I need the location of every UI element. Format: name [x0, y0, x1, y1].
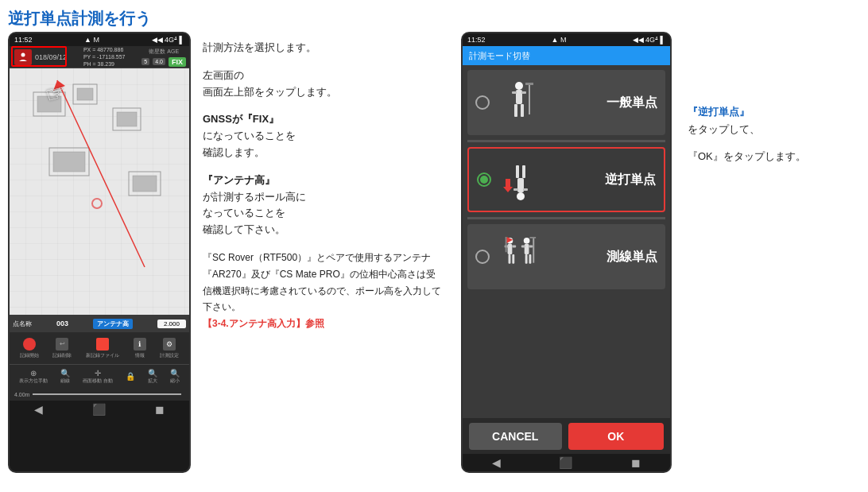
svg-rect-11: [133, 176, 157, 192]
svg-rect-26: [523, 188, 528, 191]
dialog-title: 計測モード切替: [469, 50, 530, 62]
option-reverse[interactable]: 逆打単点: [467, 147, 665, 212]
svg-rect-1: [10, 68, 189, 315]
instruction-1: 計測方法を選択します。: [203, 40, 441, 56]
svg-rect-39: [525, 244, 529, 254]
new-record-btn[interactable]: 新記録ファイル: [86, 338, 119, 359]
svg-rect-20: [521, 104, 524, 117]
svg-rect-31: [508, 244, 513, 254]
settings-btn[interactable]: ⚙ 計測設定: [160, 338, 179, 359]
right-time: 11:52: [467, 36, 486, 44]
right-home-btn[interactable]: ⬛: [559, 456, 572, 469]
left-menu-icon[interactable]: [14, 49, 32, 65]
right-phone: 11:52 ▲ M ◀◀ 4G⁴ ▌ 計測モード切替: [461, 32, 672, 473]
svg-rect-17: [512, 91, 517, 94]
info-btn[interactable]: ℹ 情報: [134, 338, 146, 359]
svg-rect-19: [514, 104, 517, 117]
person-icon: [18, 52, 28, 62]
option1-icon: [499, 79, 539, 126]
right-back-btn[interactable]: ◀: [492, 456, 501, 469]
nav-bar-right: ◀ ⬛ ◼: [463, 454, 670, 471]
sc-rover-instruction: 『SC Rover（RTF500）』とペアで使用するアンテナ『AR270』及び『…: [203, 250, 441, 332]
svg-rect-24: [517, 178, 524, 192]
option2-icon: [501, 156, 541, 203]
dialog-sep-2: [467, 217, 665, 219]
back-btn[interactable]: ◀: [34, 403, 43, 416]
home-btn[interactable]: ⬛: [92, 403, 106, 416]
reverse-label: 『逆打単点』: [688, 106, 750, 118]
svg-rect-43: [529, 254, 532, 264]
display-dir-btn[interactable]: ⊕ 表示方位手動: [19, 369, 48, 385]
record-start-btn[interactable]: 記録開始: [20, 338, 39, 359]
svg-rect-42: [525, 254, 528, 264]
coords-info: PX = 48770.886 PY = -17118.557 PH = 38.2…: [83, 46, 126, 68]
gnss-instruction: GNSSが『FIX』 になっていることを 確認します。: [203, 111, 441, 161]
option3-label: 測線単点: [548, 249, 657, 265]
radio-traverse[interactable]: [475, 250, 490, 264]
middle-text-area: 計測方法を選択します。 左画面の 画面左上部をタップします。 GNSSが『FIX…: [203, 40, 441, 343]
svg-point-0: [21, 52, 25, 56]
bottom-icons-2: ⊕ 表示方位手動 🔍 細線 ✛ 画面移動 自動 🔒 🔍 拡大 🔍 縮小: [10, 364, 189, 388]
svg-rect-44: [533, 237, 534, 263]
ok-button[interactable]: OK: [568, 423, 665, 450]
recent-btn[interactable]: ◼: [155, 403, 165, 416]
right-right-icons: ◀◀ 4G⁴ ▌: [633, 36, 665, 44]
bottom-icons-1: 記録開始 ↩ 記録削除 新記録ファイル ℹ 情報 ⚙ 計測設定: [10, 332, 189, 364]
right-status-bar: 11:52 ▲ M ◀◀ 4G⁴ ▌: [463, 33, 670, 46]
svg-rect-34: [509, 254, 511, 264]
dialog-title-bar: 計測モード切替: [463, 46, 670, 65]
svg-rect-25: [513, 188, 518, 191]
left-status-bar: 11:52 ▲ M ◀◀ 4G⁴ ▌: [10, 33, 189, 46]
right-description: 『逆打単点』 をタップして、 『OK』をタップします。: [688, 103, 862, 165]
svg-rect-21: [529, 83, 530, 114]
surveyor-icon-3: [499, 234, 539, 280]
point-name-label: 点名称: [13, 320, 32, 328]
radio-reverse-inner: [480, 176, 488, 184]
left-status-icons: ▲ M: [84, 36, 99, 44]
cancel-button[interactable]: CANCEL: [469, 423, 562, 450]
svg-rect-35: [512, 254, 514, 264]
radio-general[interactable]: [475, 95, 490, 110]
option1-label: 一般単点: [548, 95, 657, 111]
option2-label: 逆打単点: [550, 172, 656, 188]
option3-icon: [499, 233, 539, 281]
zoom-btn[interactable]: 🔍 細線: [60, 369, 70, 385]
map-grid-svg: [10, 68, 189, 315]
ok-tap-label: 『OK』をタップします。: [688, 150, 806, 162]
nav-bar-left: ◀ ⬛ ◼: [10, 401, 189, 418]
scale-up-btn[interactable]: 🔍 拡大: [148, 369, 157, 385]
surveyor-icon-2: [502, 157, 540, 203]
antenna-value: 2.000: [157, 320, 186, 328]
svg-marker-29: [503, 179, 513, 192]
point-value: 003: [56, 320, 68, 327]
svg-rect-45: [529, 237, 536, 238]
record-stop-btn[interactable]: ↩ 記録削除: [52, 338, 72, 359]
map-area[interactable]: ☞: [10, 68, 189, 315]
scale-bar: 4.00m: [10, 388, 189, 401]
instruction-2: 左画面の 画面左上部をタップします。: [203, 68, 441, 101]
left-phone: 11:52 ▲ M ◀◀ 4G⁴ ▌ 018/09/12 PX = 48770.…: [8, 32, 191, 473]
option-traverse[interactable]: 測線単点: [467, 224, 665, 289]
page-title: 逆打単点計測を行う: [8, 8, 151, 29]
svg-rect-33: [512, 246, 516, 248]
left-right-icons: ◀◀ 4G⁴ ▌: [152, 36, 184, 44]
dialog-body: 一般単点: [463, 65, 670, 418]
radio-reverse[interactable]: [477, 172, 491, 187]
tap-label: をタップして、: [688, 123, 760, 135]
expand-btn[interactable]: 🔒: [126, 372, 135, 381]
svg-rect-41: [529, 246, 533, 248]
svg-rect-22: [525, 83, 533, 85]
left-top-bar[interactable]: 018/09/12 PX = 48770.886 PY = -17118.557…: [10, 46, 189, 68]
sat-age-fix: 衛星数 AGE 5 4.0 FIX: [141, 48, 186, 67]
svg-rect-5: [77, 88, 93, 100]
right-recent-btn[interactable]: ◼: [631, 456, 641, 469]
svg-point-15: [515, 82, 523, 90]
svg-rect-36: [506, 237, 507, 252]
option-general[interactable]: 一般単点: [467, 70, 665, 135]
svg-rect-40: [521, 246, 525, 248]
date-label: 018/09/12: [35, 53, 67, 61]
svg-rect-16: [516, 90, 522, 104]
move-btn[interactable]: ✛ 画面移動 自動: [83, 369, 113, 385]
svg-rect-28: [522, 165, 525, 178]
scale-down-btn[interactable]: 🔍 縮小: [170, 369, 180, 385]
